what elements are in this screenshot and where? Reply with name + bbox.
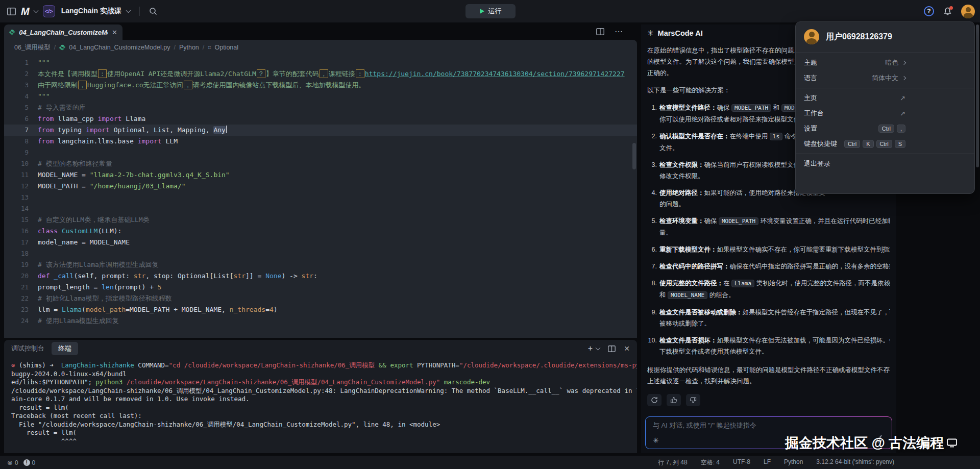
terminal-panel: 调试控制台 终端 ＋ ✕ ⊗ (shims) ➜ LangChain-shizh… xyxy=(4,340,637,453)
code-line-4[interactable]: 4""" xyxy=(4,91,637,102)
code-line-15[interactable]: 15# 自定义的LLM类，继承自基础LLM类 xyxy=(4,214,637,226)
project-icon: </> xyxy=(43,5,55,17)
split-terminal-icon[interactable] xyxy=(608,345,616,352)
chevron-right-icon xyxy=(902,61,906,65)
more-actions-icon[interactable]: ⋯ xyxy=(615,27,623,36)
warnings-indicator[interactable]: ! 0 xyxy=(23,459,36,466)
line-number: 13 xyxy=(4,192,29,203)
notification-dot xyxy=(949,6,953,10)
code-line-18[interactable]: 18 xyxy=(4,248,637,259)
terminal-line: File "/cloudide/workspace/LangChain-shiz… xyxy=(11,421,637,429)
marscode-logo[interactable]: M xyxy=(21,6,29,17)
code-line-10[interactable]: 10# 模型的名称和路径常量 xyxy=(4,158,637,169)
line-number: 21 xyxy=(4,282,29,293)
notifications-bell-icon[interactable] xyxy=(943,7,952,16)
line-number: 6 xyxy=(4,113,29,125)
tab-close-icon[interactable]: ✕ xyxy=(112,29,117,36)
line-number: 12 xyxy=(4,181,29,192)
project-chevron-down-icon[interactable] xyxy=(126,8,131,13)
split-editor-icon[interactable] xyxy=(596,27,604,36)
code-editor[interactable]: 06_调用模型 / 04_LangChain_CustomizeModel.py… xyxy=(4,40,637,338)
code-line-17[interactable]: 17 model_name = MODEL_NAME xyxy=(4,237,637,248)
breadcrumb-language[interactable]: Python xyxy=(179,44,199,51)
menu-item-settings[interactable]: 设置 Ctrl, xyxy=(796,121,974,136)
code-line-2[interactable]: 2本文件是【调用模型：使用OpenAI API还是微调开源Llama2/Chat… xyxy=(4,68,637,80)
code-line-23[interactable]: 23 llm = Llama(model_path=MODEL_PATH + M… xyxy=(4,304,637,315)
eol-type[interactable]: LF xyxy=(764,458,771,467)
code-line-19[interactable]: 19 # 该方法使用Llama库调用模型生成回复 xyxy=(4,259,637,270)
encoding[interactable]: UTF-8 xyxy=(733,458,750,467)
terminal-output[interactable]: ⊗ (shims) ➜ LangChain-shizhanke COMMAND=… xyxy=(4,357,637,446)
menu-item-workspace[interactable]: 工作台 ↗ xyxy=(796,106,974,121)
code-line-14[interactable]: 14 xyxy=(4,203,637,214)
breadcrumb-folder[interactable]: 06_调用模型 xyxy=(14,43,51,52)
menu-item-theme[interactable]: 主题 暗色 xyxy=(796,55,974,70)
editor-scrollbar[interactable] xyxy=(632,143,636,169)
ai-input-placeholder: 与 AI 对话, 或使用 "/" 唤起快捷指令 xyxy=(653,421,756,430)
close-terminal-icon[interactable]: ✕ xyxy=(624,344,630,353)
sidebar-toggle-icon[interactable] xyxy=(7,8,16,15)
tab-debug-console[interactable]: 调试控制台 xyxy=(11,344,44,353)
indentation[interactable]: 空格: 4 xyxy=(701,458,720,467)
code-line-22[interactable]: 22 # 初始化Llama模型，指定模型路径和线程数 xyxy=(4,293,637,304)
code-line-13[interactable]: 13 xyxy=(4,192,637,203)
tab-terminal[interactable]: 终端 xyxy=(52,342,78,355)
code-line-16[interactable]: 16class CustomLLM(LLM): xyxy=(4,226,637,237)
code-line-3[interactable]: 3由于网络限制，Huggingface.co无法正常访问，请考虑使用国内镜像站点… xyxy=(4,80,637,91)
breadcrumb[interactable]: 06_调用模型 / 04_LangChain_CustomizeModel.py… xyxy=(4,40,637,55)
menu-item-shortcuts[interactable]: 键盘快捷键 CtrlKCtrlS xyxy=(796,136,974,152)
settings-shortcut-keys: Ctrl, xyxy=(876,125,905,133)
help-icon[interactable]: ? xyxy=(924,6,934,16)
play-icon xyxy=(480,9,484,14)
menu-item-home[interactable]: 主页 ↗ xyxy=(796,90,974,106)
code-line-24[interactable]: 24 # 使用Llama模型生成回复 xyxy=(4,315,637,327)
code-line-5[interactable]: 5# 导入需要的库 xyxy=(4,102,637,113)
menu-label: 键盘快捷键 xyxy=(804,139,837,149)
thumbs-up-icon[interactable] xyxy=(667,394,681,406)
menu-item-logout[interactable]: 退出登录 xyxy=(796,156,974,171)
code-line-7[interactable]: 7from typing import Optional, List, Mapp… xyxy=(4,125,637,136)
code-line-1[interactable]: 1""" xyxy=(4,57,637,68)
avatar[interactable] xyxy=(961,5,975,18)
code-line-8[interactable]: 8from langchain.llms.base import LLM xyxy=(4,136,637,147)
terminal-line: /cloudide/workspace/LangChain-shizhanke/… xyxy=(11,387,637,396)
regenerate-icon[interactable] xyxy=(647,394,662,406)
breadcrumb-file[interactable]: 04_LangChain_CustomizeModel.py xyxy=(69,44,170,51)
line-number: 16 xyxy=(4,226,29,237)
ai-input-star-icon: ✳ xyxy=(653,436,659,445)
code-area[interactable]: 1"""2本文件是【调用模型：使用OpenAI API还是微调开源Llama2/… xyxy=(4,55,637,327)
line-number: 22 xyxy=(4,293,29,304)
panel-scrollbar[interactable] xyxy=(976,24,979,167)
marscode-ai-icon: ✳ xyxy=(647,29,654,38)
search-icon[interactable] xyxy=(149,7,157,15)
breadcrumb-separator: / xyxy=(174,44,175,51)
logo-chevron-down-icon[interactable] xyxy=(33,8,38,13)
ai-suggestion-item: 6.重新下载模型文件：如果模型文件确实不存在，你可能需要重新下载模型文件到指定的… xyxy=(647,244,890,255)
theme-value: 暗色 xyxy=(885,58,898,67)
thumbs-down-icon[interactable] xyxy=(686,394,700,406)
breadcrumb-symbol[interactable]: Optional xyxy=(214,44,238,51)
new-terminal-icon[interactable]: ＋ xyxy=(586,344,600,353)
run-button[interactable]: 运行 xyxy=(465,4,516,18)
code-line-11[interactable]: 11MODEL_NAME = "llama-2-7b-chat.ggmlv3.q… xyxy=(4,169,637,181)
code-line-6[interactable]: 6from llama_cpp import Llama xyxy=(4,113,637,125)
file-tab[interactable]: 04_LangChain_CustomizeModel.py ✕ xyxy=(4,24,122,40)
errors-indicator[interactable]: ⊗ 0 xyxy=(7,459,18,466)
python-interpreter[interactable]: 3.12.2 64-bit ('shims': pyenv) xyxy=(816,458,894,467)
ai-text-line: 根据你提供的代码和错误信息，最可能的问题是模型文件路径不正确或者模型文件不存在。… xyxy=(647,364,890,376)
user-menu-profile: 用户06928126379 xyxy=(796,22,974,51)
cursor-position[interactable]: 行 7, 列 48 xyxy=(658,458,687,467)
line-number: 15 xyxy=(4,214,29,226)
language-mode[interactable]: Python xyxy=(784,458,803,467)
menu-item-language[interactable]: 语言 简体中文 xyxy=(796,70,974,86)
code-line-12[interactable]: 12MODEL_PATH = "/home/huangj/03_Llama/" xyxy=(4,181,637,192)
avatar xyxy=(804,29,819,44)
code-line-9[interactable]: 9 xyxy=(4,147,637,158)
project-name[interactable]: LangChain 实战课 xyxy=(61,7,121,16)
chevron-right-icon xyxy=(902,76,906,80)
error-icon: ⊗ xyxy=(7,459,13,466)
code-line-21[interactable]: 21 prompt_length = len(prompt) + 5 xyxy=(4,282,637,293)
user-menu: 用户06928126379 主题 暗色 语言 简体中文 主页 ↗ 工作台 ↗ 设… xyxy=(795,21,975,194)
menu-label: 主页 xyxy=(804,93,817,103)
code-line-20[interactable]: 20 def _call(self, prompt: str, stop: Op… xyxy=(4,270,637,282)
